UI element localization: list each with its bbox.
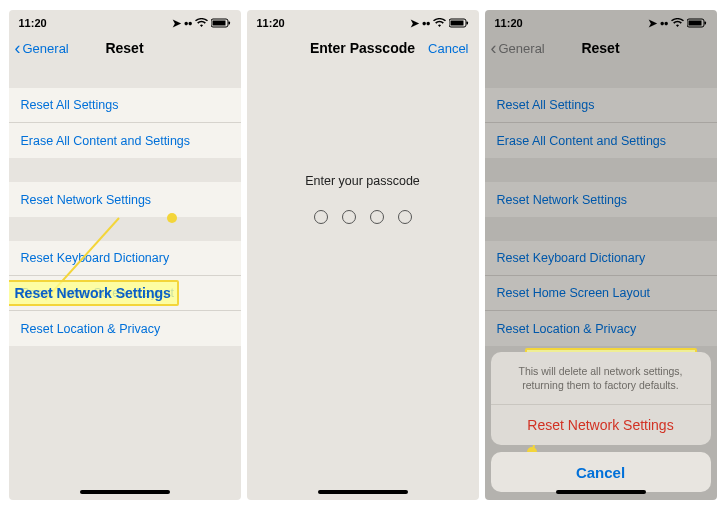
chevron-left-icon: ‹ [491,39,497,57]
signal-icon: ⦁⦁ [184,17,192,30]
action-sheet: This will delete all network settings, r… [491,352,711,492]
status-bar: 11:20 ➤ ⦁⦁ [9,10,241,32]
nav-title: Reset [105,40,143,56]
battery-icon [687,18,707,28]
svg-rect-8 [704,22,706,25]
reset-all-settings[interactable]: Reset All Settings [9,88,241,123]
cancel-button[interactable]: Cancel [491,452,711,492]
reset-location-privacy[interactable]: Reset Location & Privacy [9,311,241,346]
signal-icon: ⦁⦁ [660,17,668,30]
home-indicator[interactable] [318,490,408,494]
passcode-dot [370,210,384,224]
passcode-dot [398,210,412,224]
status-bar: 11:20 ➤ ⦁⦁ [485,10,717,32]
reset-network-settings[interactable]: Reset Network Settings [9,182,241,217]
wifi-icon [433,18,446,28]
location-icon: ➤ [648,17,657,30]
nav-title: Enter Passcode [310,40,415,56]
confirm-reset-network[interactable]: Reset Network Settings [491,405,711,445]
status-bar: 11:20 ➤ ⦁⦁ [247,10,479,32]
svg-rect-7 [688,21,701,26]
back-label: General [499,41,545,56]
erase-all-content[interactable]: Erase All Content and Settings [9,123,241,158]
location-icon: ➤ [172,17,181,30]
home-indicator[interactable] [556,490,646,494]
nav-bar: ‹General Reset [9,32,241,64]
back-label: General [23,41,69,56]
status-time: 11:20 [495,17,523,29]
svg-rect-2 [228,22,230,25]
location-icon: ➤ [410,17,419,30]
passcode-dots[interactable] [247,210,479,224]
screen-confirm-sheet: 11:20 ➤ ⦁⦁ ‹General Reset Reset All Sett… [485,10,717,500]
nav-bar: Enter Passcode Cancel [247,32,479,64]
action-sheet-message: This will delete all network settings, r… [491,352,711,405]
status-time: 11:20 [257,17,285,29]
annotation-callout: Reset Network Settings [9,280,179,306]
back-button[interactable]: ‹General [15,39,69,57]
battery-icon [449,18,469,28]
reset-location-privacy: Reset Location & Privacy [485,311,717,346]
status-time: 11:20 [19,17,47,29]
nav-bar: ‹General Reset [485,32,717,64]
wifi-icon [195,18,208,28]
cancel-button[interactable]: Cancel [428,41,468,56]
screen-reset-list: 11:20 ➤ ⦁⦁ ‹General Reset Reset All Sett… [9,10,241,500]
reset-network-settings: Reset Network Settings [485,182,717,217]
reset-keyboard-dictionary: Reset Keyboard Dictionary [485,241,717,276]
wifi-icon [671,18,684,28]
screen-enter-passcode: 11:20 ➤ ⦁⦁ Enter Passcode Cancel Enter y… [247,10,479,500]
back-button: ‹General [491,39,545,57]
reset-home-screen-layout: Reset Home Screen Layout [485,276,717,311]
chevron-left-icon: ‹ [15,39,21,57]
passcode-dot [342,210,356,224]
annotation-marker [167,213,177,223]
battery-icon [211,18,231,28]
passcode-dot [314,210,328,224]
svg-rect-4 [450,21,463,26]
svg-rect-5 [466,22,468,25]
passcode-prompt: Enter your passcode [247,174,479,188]
nav-title: Reset [581,40,619,56]
home-indicator[interactable] [80,490,170,494]
svg-rect-1 [212,21,225,26]
reset-all-settings: Reset All Settings [485,88,717,123]
reset-keyboard-dictionary[interactable]: Reset Keyboard Dictionary [9,241,241,276]
signal-icon: ⦁⦁ [422,17,430,30]
erase-all-content: Erase All Content and Settings [485,123,717,158]
